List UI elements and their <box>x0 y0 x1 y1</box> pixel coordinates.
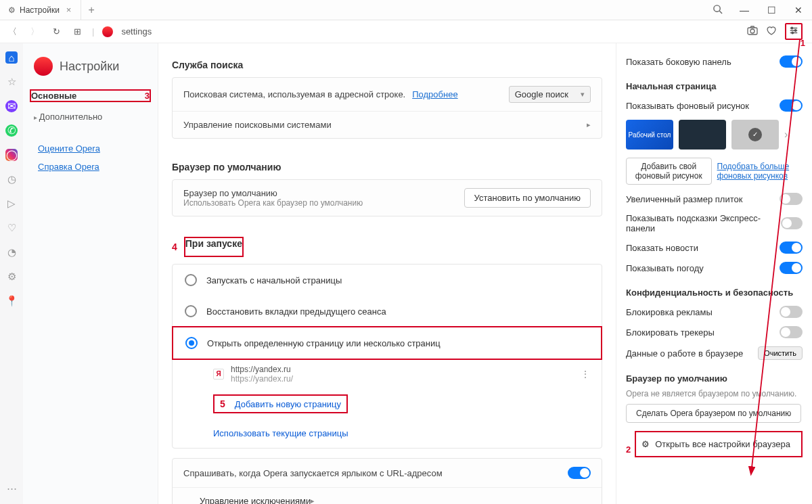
close-tab-icon[interactable]: × <box>64 5 74 15</box>
sidebar-home-icon[interactable]: ⌂ <box>5 51 18 64</box>
rp-default-title: Браузер по умолчанию <box>626 364 803 388</box>
main-area: Настройки Основные 3 Дополнительно Оцени… <box>23 43 812 504</box>
forward-button[interactable]: 〉 <box>28 26 42 38</box>
ask-shortcut-toggle[interactable] <box>568 467 591 479</box>
sidebar-instagram-icon[interactable]: ◯ <box>5 149 18 161</box>
speed-dial-icon[interactable]: ⊞ <box>71 26 84 37</box>
nav-item-advanced[interactable]: Дополнительно <box>23 106 158 127</box>
annotation-3: 3 <box>145 91 150 101</box>
sidebar-messenger-icon[interactable]: ✉ <box>5 100 18 112</box>
easy-setup-panel: Показать боковую панель Начальная страни… <box>616 43 812 504</box>
clear-data-button[interactable]: Очистить <box>758 346 803 360</box>
startup-title: При запуске <box>184 237 244 257</box>
address-bar[interactable]: settings <box>121 26 152 37</box>
add-page-link[interactable]: Добавить новую страницу <box>235 399 341 409</box>
wallpaper-thumb-desktop[interactable]: Рабочий стол <box>626 120 673 150</box>
chevron-right-icon[interactable]: › <box>784 129 788 141</box>
adblock-toggle[interactable] <box>780 306 803 318</box>
trackers-toggle[interactable] <box>780 326 803 338</box>
chevron-down-icon: ▾ <box>581 90 585 99</box>
window-titlebar: ⚙ Настройки × + — ☐ ✕ <box>0 0 812 20</box>
opera-logo-icon <box>34 57 53 76</box>
use-current-pages-link[interactable]: Использовать текущие страницы <box>213 428 348 438</box>
window-close-button[interactable]: ✕ <box>785 5 812 16</box>
help-opera-link[interactable]: Справка Opera <box>23 158 158 176</box>
manage-exceptions-row[interactable]: Управление исключениями ▸ <box>173 488 602 504</box>
check-icon: ✓ <box>748 128 762 141</box>
svg-point-7 <box>791 27 792 28</box>
startup-page-row: Я https://yandex.ru https://yandex.ru/ ⋮ <box>173 359 602 389</box>
sidebar-whatsapp-icon[interactable]: ✆ <box>5 124 18 137</box>
page-title: Настройки <box>60 60 119 74</box>
heart-icon[interactable] <box>766 25 777 38</box>
gear-icon: ⚙ <box>8 5 16 15</box>
sidebar-settings-icon[interactable]: ⚙ <box>5 271 18 283</box>
wallpaper-thumb-2[interactable] <box>679 120 726 150</box>
svg-line-1 <box>719 11 722 14</box>
page-more-icon[interactable]: ⋮ <box>581 369 589 379</box>
sidebar-history-icon[interactable]: ◷ <box>5 173 18 185</box>
browser-tab[interactable]: ⚙ Настройки × <box>0 0 81 20</box>
privacy-section-title: Конфиденциальность и безопасность <box>626 278 803 302</box>
open-all-settings-row[interactable]: ⚙ Открыть все настройки браузера <box>635 431 803 457</box>
tab-title: Настройки <box>20 5 60 15</box>
rp-default-msg: Opera не является браузером по умолчанию… <box>626 388 803 404</box>
news-toggle[interactable] <box>780 242 803 254</box>
sidebar-clock-icon[interactable]: ◔ <box>5 246 18 258</box>
browser-sidebar: ⌂ ☆ ✉ ✆ ◯ ◷ ▷ ♡ ◔ ⚙ 📍 ⋯ <box>0 43 23 504</box>
window-minimize-button[interactable]: — <box>731 5 758 16</box>
manage-search-engines-row[interactable]: Управление поисковыми системами ▸ <box>173 112 602 138</box>
sidebar-bookmarks-icon[interactable]: ☆ <box>5 76 18 88</box>
show-sidebar-toggle[interactable] <box>780 55 803 68</box>
annotation-2: 2 <box>626 444 631 455</box>
sidebar-heart-icon[interactable]: ♡ <box>5 222 18 234</box>
set-default-button[interactable]: Установить по умолчанию <box>464 188 591 208</box>
settings-content: Служба поиска Поисковая система, использ… <box>158 43 616 504</box>
snapshot-icon[interactable] <box>747 25 758 38</box>
sidebar-pin-icon[interactable]: 📍 <box>5 295 18 307</box>
home-section-title: Начальная страница <box>626 72 803 95</box>
nav-item-basic[interactable]: Основные 3 <box>30 89 151 102</box>
radio-icon <box>185 305 197 317</box>
chevron-right-icon: ▸ <box>587 120 591 129</box>
more-wallpapers-link[interactable]: Подобрать больше фоновых рисунков <box>717 162 803 181</box>
radio-icon <box>185 274 197 286</box>
svg-point-3 <box>750 29 754 33</box>
annotation-5: 5 <box>220 398 225 409</box>
startup-option-restore[interactable]: Восстановить вкладки предыдущего сеанса <box>173 296 602 327</box>
add-wallpaper-button[interactable]: Добавить свой фоновый рисунок <box>626 158 712 185</box>
svg-point-9 <box>792 32 793 33</box>
sidebar-send-icon[interactable]: ▷ <box>5 198 18 210</box>
search-more-link[interactable]: Подробнее <box>412 89 457 99</box>
default-browser-title: Браузер по умолчанию <box>172 152 602 179</box>
startup-option-specific[interactable]: Открыть определенную страницу или нескол… <box>172 326 602 360</box>
make-default-button[interactable]: Сделать Opera браузером по умолчанию <box>626 404 801 423</box>
search-engine-select[interactable]: Google поиск ▾ <box>509 86 591 103</box>
yandex-favicon-icon: Я <box>213 369 224 380</box>
chevron-right-icon: ▸ <box>311 497 315 504</box>
svg-point-0 <box>714 5 720 11</box>
rate-opera-link[interactable]: Оцените Opera <box>23 139 158 158</box>
search-icon[interactable] <box>704 4 731 16</box>
window-maximize-button[interactable]: ☐ <box>758 5 785 16</box>
search-service-title: Служба поиска <box>172 50 602 77</box>
gear-icon: ⚙ <box>641 439 650 449</box>
wallpaper-thumb-3[interactable]: ✓ <box>731 120 779 150</box>
show-bg-toggle[interactable] <box>780 99 803 112</box>
back-button[interactable]: 〈 <box>5 26 20 38</box>
browser-toolbar: 〈 〉 ↻ ⊞ | settings <box>0 20 812 43</box>
sidebar-more-icon[interactable]: ⋯ <box>5 482 18 495</box>
settings-nav: Настройки Основные 3 Дополнительно Оцени… <box>23 43 158 504</box>
weather-toggle[interactable] <box>780 262 803 274</box>
hints-toggle[interactable] <box>781 217 803 229</box>
svg-point-8 <box>794 30 796 31</box>
annotation-4: 4 <box>172 242 177 252</box>
reload-button[interactable]: ↻ <box>50 26 63 37</box>
tiles-toggle[interactable] <box>780 193 803 205</box>
opera-icon <box>102 26 113 37</box>
new-tab-button[interactable]: + <box>81 4 101 16</box>
startup-option-home[interactable]: Запускать с начальной страницы <box>173 265 602 296</box>
radio-checked-icon <box>185 337 198 349</box>
